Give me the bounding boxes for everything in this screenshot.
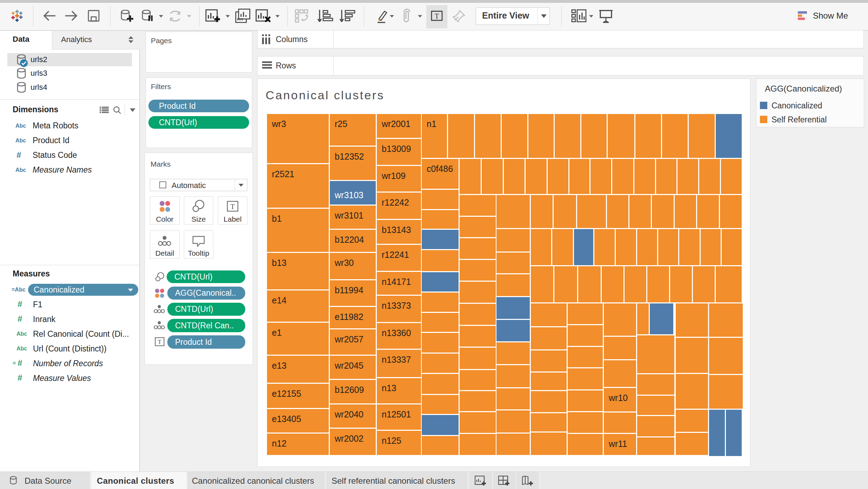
svg-text:T: T <box>231 202 235 211</box>
svg-text:T: T <box>435 12 439 20</box>
svg-text:T: T <box>158 339 162 345</box>
